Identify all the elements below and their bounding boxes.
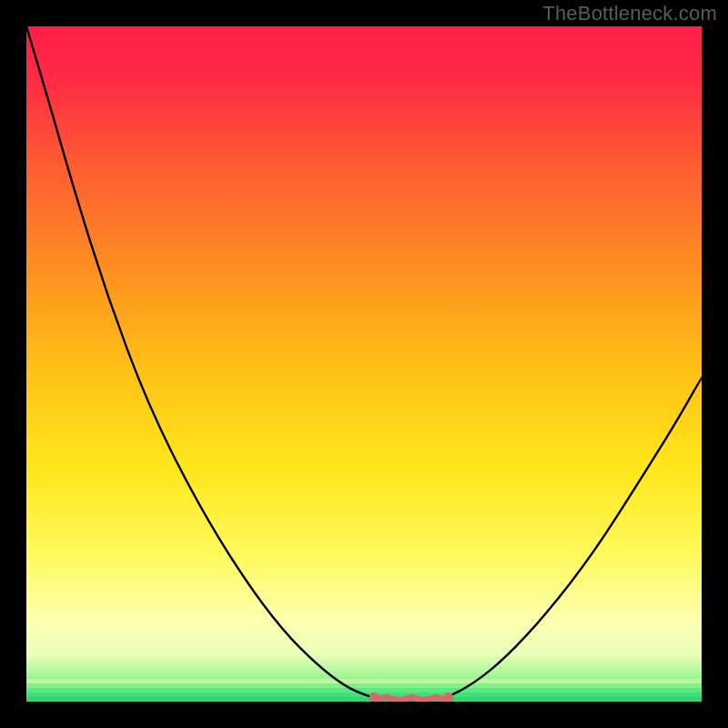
svg-rect-1 [26, 683, 702, 688]
gradient-background [26, 26, 702, 702]
watermark-text: TheBottleneck.com [542, 2, 717, 25]
svg-rect-4 [26, 697, 702, 702]
svg-rect-2 [26, 688, 702, 693]
bottom-banding [26, 679, 702, 702]
chart-frame: TheBottleneck.com [0, 0, 728, 728]
chart-svg [26, 26, 702, 702]
plot-area [26, 26, 702, 702]
svg-rect-0 [26, 679, 702, 683]
